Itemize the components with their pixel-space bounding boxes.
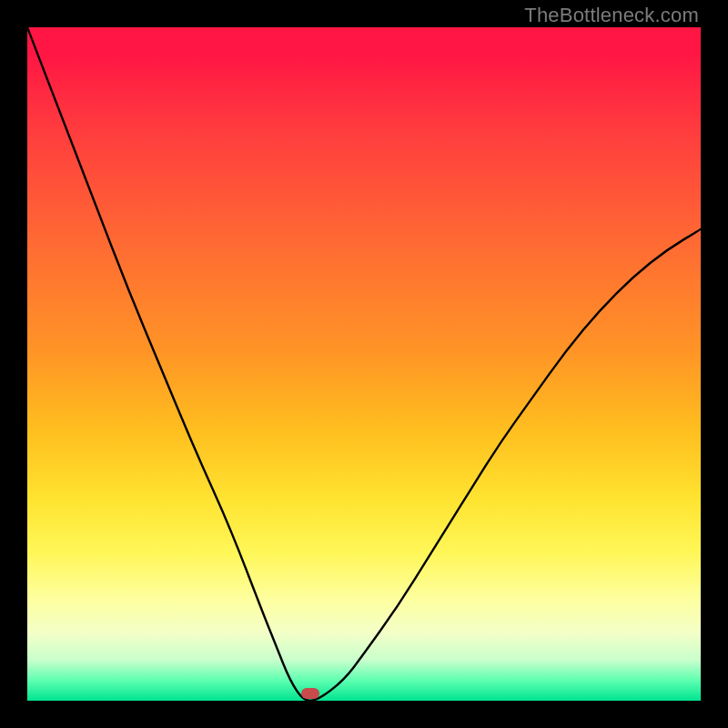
- chart-frame: TheBottleneck.com: [0, 0, 728, 728]
- bottleneck-curve: [27, 27, 701, 701]
- optimal-marker: [301, 688, 319, 699]
- watermark-text: TheBottleneck.com: [524, 4, 699, 27]
- plot-area: [27, 27, 701, 701]
